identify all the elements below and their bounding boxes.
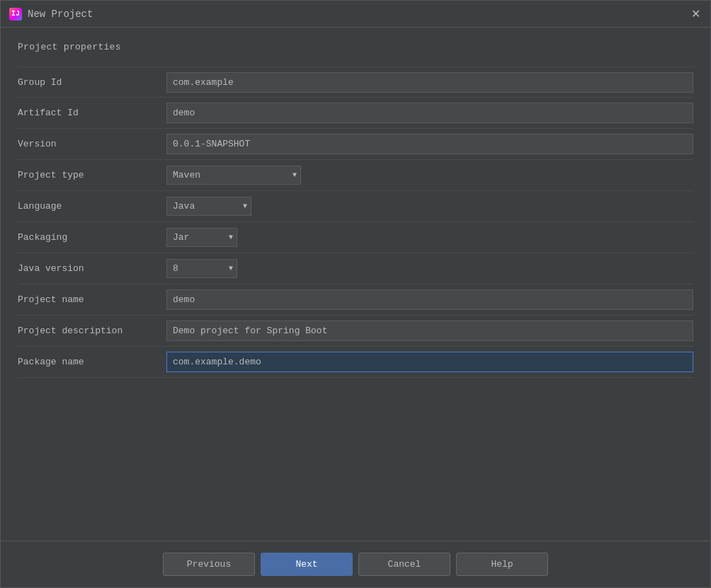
cancel-button[interactable]: Cancel xyxy=(358,553,450,576)
artifact-id-row: Artifact Id xyxy=(18,98,693,129)
dialog-content: Project properties Group Id Artifact Id … xyxy=(1,28,710,541)
java-version-select-wrapper: 8 11 17 21 ▼ xyxy=(166,259,237,278)
dialog-footer: Previous Next Cancel Help xyxy=(1,541,710,587)
app-icon: IJ xyxy=(9,8,22,21)
close-button[interactable]: ✕ xyxy=(689,8,702,21)
group-id-input[interactable] xyxy=(166,72,693,93)
project-type-label: Project type xyxy=(18,164,166,186)
project-type-row: Project type Maven Gradle ▼ xyxy=(18,160,693,191)
project-type-select-wrapper: Maven Gradle ▼ xyxy=(166,166,301,185)
package-name-label: Package name xyxy=(18,351,166,373)
project-name-label: Project name xyxy=(18,289,166,311)
project-type-select[interactable]: Maven Gradle xyxy=(166,166,301,185)
packaging-select-wrapper: Jar War ▼ xyxy=(166,228,237,247)
project-description-input[interactable] xyxy=(166,321,693,341)
previous-button[interactable]: Previous xyxy=(163,553,255,576)
form-grid: Group Id Artifact Id Version Project typ… xyxy=(18,67,693,378)
language-row: Language Java Kotlin Groovy ▼ xyxy=(18,191,693,222)
package-name-input[interactable] xyxy=(166,352,693,372)
project-description-row: Project description xyxy=(18,316,693,347)
dialog-title: New Project xyxy=(28,8,93,20)
help-button[interactable]: Help xyxy=(456,553,548,576)
artifact-id-input[interactable] xyxy=(166,103,693,123)
java-version-row: Java version 8 11 17 21 ▼ xyxy=(18,253,693,284)
new-project-dialog: IJ New Project ✕ Project properties Grou… xyxy=(0,0,711,588)
version-row: Version xyxy=(18,129,693,160)
packaging-row: Packaging Jar War ▼ xyxy=(18,222,693,253)
packaging-label: Packaging xyxy=(18,226,166,248)
artifact-id-label: Artifact Id xyxy=(18,102,166,124)
version-input[interactable] xyxy=(166,134,693,154)
next-button[interactable]: Next xyxy=(261,553,353,576)
title-bar-left: IJ New Project xyxy=(9,8,93,21)
project-name-input[interactable] xyxy=(166,289,693,310)
packaging-select[interactable]: Jar War xyxy=(166,228,237,247)
group-id-label: Group Id xyxy=(18,71,166,93)
language-label: Language xyxy=(18,195,166,217)
title-bar: IJ New Project ✕ xyxy=(1,1,710,28)
section-title: Project properties xyxy=(18,42,693,52)
group-id-row: Group Id xyxy=(18,67,693,98)
version-label: Version xyxy=(18,133,166,155)
language-select-wrapper: Java Kotlin Groovy ▼ xyxy=(166,197,251,216)
package-name-row: Package name xyxy=(18,347,693,378)
language-select[interactable]: Java Kotlin Groovy xyxy=(166,197,251,216)
project-name-row: Project name xyxy=(18,284,693,316)
project-description-label: Project description xyxy=(18,320,166,342)
java-version-label: Java version xyxy=(18,258,166,279)
java-version-select[interactable]: 8 11 17 21 xyxy=(166,259,237,278)
